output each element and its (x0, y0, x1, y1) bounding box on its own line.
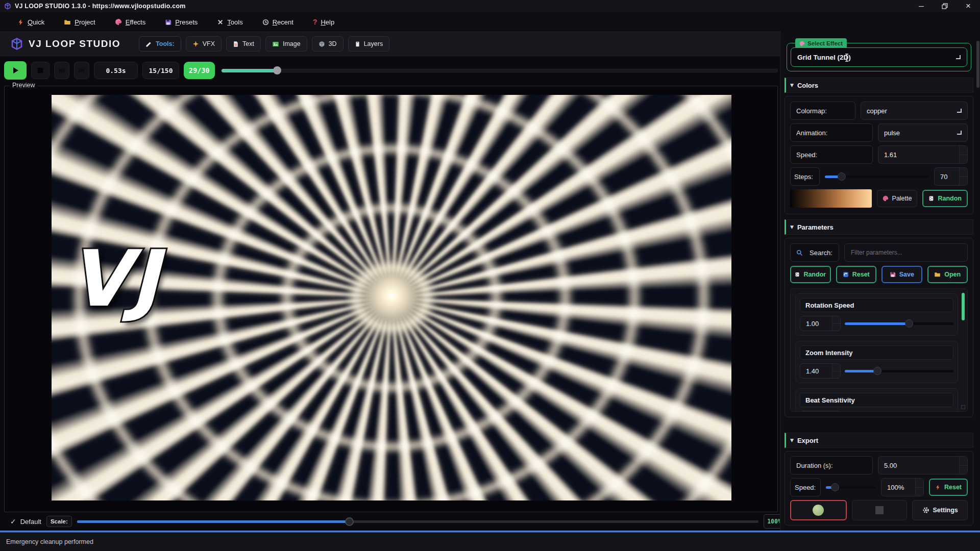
export-speed-slider[interactable] (826, 483, 876, 492)
status-message: Emergency cleanup performed (6, 538, 93, 545)
record-button[interactable] (790, 500, 847, 520)
panel-scrollbar[interactable] (976, 41, 979, 88)
spin-up-button[interactable] (915, 479, 923, 488)
steps-handle[interactable] (838, 172, 846, 181)
parameter-handle[interactable] (905, 319, 913, 328)
app-cube-icon (4, 3, 11, 10)
timeline-track[interactable] (222, 69, 778, 72)
palette-button-label: Palette (892, 195, 912, 202)
search-input[interactable] (844, 243, 968, 262)
export-section-header[interactable]: ▼ Export (785, 433, 973, 448)
next-frame-button[interactable] (74, 62, 89, 79)
export-stop-button[interactable] (852, 500, 908, 520)
export-speed-spinner[interactable]: 100% (881, 478, 924, 496)
spin-down-button[interactable] (959, 177, 967, 186)
parameter-spinner[interactable]: 1.00 (800, 316, 841, 331)
spin-up-button[interactable] (959, 168, 967, 177)
settings-button[interactable]: Settings (912, 500, 968, 520)
minimize-button[interactable]: ─ (910, 0, 933, 12)
toolbar-tools-button[interactable]: Tools: (139, 36, 181, 52)
duration-spinner[interactable]: 5.00 (878, 456, 968, 474)
prev-frame-button[interactable] (54, 62, 69, 79)
spin-up-button[interactable] (832, 316, 840, 324)
resize-grip[interactable] (961, 405, 965, 409)
window-controls: ─ × (910, 0, 980, 12)
fps-badge: 29/30 (184, 62, 215, 79)
param-open-button[interactable]: Open (927, 266, 968, 283)
spin-up-button[interactable] (832, 364, 840, 371)
parameter-list[interactable]: Rotation Speed 1.00 Zoom Intensity (790, 288, 968, 412)
scale-fill (77, 520, 350, 523)
lightning-icon (935, 484, 941, 490)
colormap-dropdown[interactable]: copper (861, 102, 968, 120)
toolbar-3d-button[interactable]: 3D (312, 36, 344, 52)
play-icon (11, 66, 19, 74)
menu-effects[interactable]: Effects (111, 16, 150, 28)
toolbar-text-button[interactable]: Text (226, 36, 261, 52)
toolbar-image-button[interactable]: Image (265, 36, 307, 52)
spin-up-button[interactable] (959, 146, 967, 155)
steps-spinner[interactable]: 70 (934, 167, 968, 186)
palette-button[interactable]: Palette (877, 190, 918, 207)
parameter-spinner[interactable]: 1.40 (800, 363, 841, 379)
parameter-name: Rotation Speed (800, 298, 953, 312)
export-section-title: Export (797, 437, 818, 444)
toolbar-layers-button[interactable]: Layers (348, 36, 390, 52)
scale-slider[interactable] (77, 516, 758, 527)
color-speed-spinner[interactable]: 1.61 (878, 145, 968, 164)
timeline-handle[interactable] (273, 66, 281, 74)
parameter-fill (845, 322, 909, 325)
menu-recent[interactable]: Recent (258, 16, 298, 28)
export-reset-button[interactable]: Reset (929, 479, 968, 496)
color-random-button[interactable]: Randon (922, 190, 968, 207)
colors-group: Colormap: copper Animation: pulse Speed:… (785, 96, 973, 214)
spin-down-button[interactable] (959, 466, 967, 474)
colormap-gradient-preview[interactable] (790, 189, 872, 208)
toolbar-button-label: 3D (329, 40, 337, 47)
play-button[interactable] (4, 61, 27, 80)
default-checkbox[interactable]: ✓ Default (4, 517, 41, 525)
stop-button[interactable] (31, 62, 50, 79)
scale-handle[interactable] (345, 517, 354, 526)
spin-up-button[interactable] (959, 457, 967, 466)
animation-dropdown[interactable]: pulse (878, 123, 968, 142)
spin-down-button[interactable] (832, 324, 840, 331)
menu-presets[interactable]: Presets (161, 16, 202, 28)
menu-help[interactable]: ? Help (309, 16, 338, 28)
spin-up-button[interactable] (832, 411, 840, 412)
param-random-button[interactable]: Randor (790, 266, 831, 283)
parameter-handle[interactable] (873, 367, 881, 375)
restore-button[interactable] (933, 0, 957, 12)
transport-bar: 0.53s 15/150 29/30 (4, 59, 778, 82)
menu-tools[interactable]: Tools (213, 16, 247, 28)
menu-project[interactable]: Project (60, 16, 99, 28)
app-toolbar: VJ LOOP STUDIO Tools: VFX Text Image 3D … (0, 32, 780, 56)
param-reset-label: Reset (852, 271, 870, 278)
spin-down-button[interactable] (832, 371, 840, 379)
parameter-spinner[interactable]: 1.00 (800, 411, 841, 412)
param-save-button[interactable]: Save (881, 266, 922, 283)
toolbar-vfx-button[interactable]: VFX (186, 36, 222, 52)
timeline-slider[interactable] (222, 65, 778, 76)
preview-label: Preview (10, 82, 37, 89)
colors-section-title: Colors (797, 82, 818, 89)
steps-slider[interactable] (825, 172, 929, 181)
spinner-buttons (832, 411, 840, 412)
palette-icon (115, 18, 122, 26)
spin-down-button[interactable] (915, 488, 923, 496)
spin-down-button[interactable] (959, 155, 967, 164)
parameters-section-header[interactable]: ▼ Parameters (785, 219, 973, 235)
parameter-slider[interactable] (845, 319, 953, 328)
colors-section-header[interactable]: ▼ Colors (785, 78, 973, 93)
close-button[interactable]: × (957, 0, 980, 12)
parameter-slider[interactable] (845, 366, 953, 375)
folder-icon (64, 19, 71, 26)
param-reset-button[interactable]: Reset (836, 266, 877, 283)
parameter-scrollbar[interactable] (962, 293, 965, 320)
settings-label: Settings (933, 507, 958, 514)
effect-dropdown[interactable]: Grid Tunnel (2D) (791, 47, 967, 67)
menu-quick[interactable]: Quick (13, 16, 48, 28)
menu-bar: Quick Project Effects Presets Tools Rece… (0, 12, 980, 32)
preview-canvas[interactable]: VJ (52, 95, 731, 500)
export-speed-handle[interactable] (831, 483, 839, 491)
